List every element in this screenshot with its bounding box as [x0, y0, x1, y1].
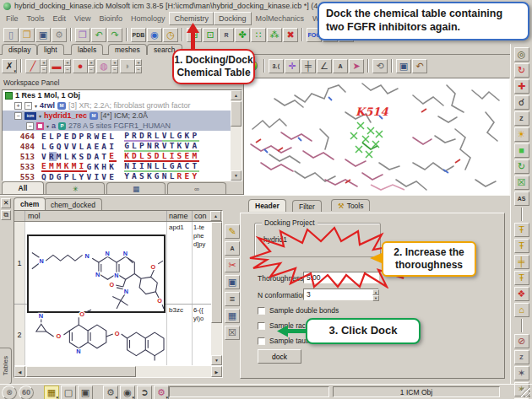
center-cross-icon[interactable]: ✛ [285, 59, 300, 73]
decimal-digits-icon[interactable]: 3.⟨ [269, 59, 284, 73]
n-conformations-input[interactable]: 3 [303, 288, 379, 300]
status-gear-icon[interactable]: ⚙▾ [103, 386, 118, 399]
rotate-selection-icon[interactable]: ↻ [514, 159, 529, 174]
z-sort-icon[interactable]: Z [514, 350, 529, 364]
thoroughness-input[interactable]: 5.00 [303, 272, 379, 283]
table-row[interactable]: 2 NO NO [14, 305, 211, 365]
rotate-view-icon[interactable]: ↻ [514, 63, 529, 78]
status-60-icon[interactable]: 60 [19, 386, 34, 399]
tab-chem[interactable]: chem [14, 197, 46, 210]
molecule-cell-selected[interactable]: NN NN NN OO ON [27, 235, 166, 313]
column-con[interactable]: con [193, 211, 210, 221]
workspace-tab-all[interactable]: All [2, 181, 44, 194]
clip-slab-icon[interactable]: ╪ [514, 255, 529, 269]
selection-box-icon[interactable]: ■ [514, 143, 529, 158]
close-table-icon[interactable]: ☒ [225, 326, 240, 340]
link-green-icon[interactable]: ⁂ [267, 28, 282, 42]
table-vscrollbar[interactable]: ▼ [211, 222, 222, 365]
web-search-icon[interactable]: ◉ [147, 28, 162, 42]
table-hscrollbar[interactable]: ◀ ▶ [14, 366, 222, 377]
new-file-icon[interactable]: ▯ [3, 28, 19, 42]
dock-button[interactable]: dock [258, 349, 301, 364]
tab-meshes[interactable]: meshes [108, 44, 147, 55]
menu-docking[interactable]: Docking [214, 12, 252, 25]
status-window-icon[interactable]: ▢ [61, 386, 76, 399]
column-name[interactable]: name [167, 211, 193, 221]
menu-homology[interactable]: Homology [127, 13, 170, 24]
atom-select-mode-icon[interactable]: AS [514, 191, 529, 206]
ball-style-icon[interactable]: ● [73, 59, 88, 73]
column-mol[interactable]: mol [25, 211, 167, 221]
sample-double-bonds-checkbox[interactable]: Sample double bonds [258, 306, 339, 315]
sequence-row[interactable]: 553QDGPLYVIVE YASKGNLREY [14, 171, 242, 181]
depth-fan-icon[interactable]: ❖ [514, 287, 529, 301]
no-rotate-icon[interactable]: ⊘ [514, 334, 529, 348]
grid-view-icon[interactable]: ▦ [225, 309, 240, 323]
skin-style-icon[interactable]: ◍ [96, 59, 111, 73]
tree-item-hydrid1-rec[interactable]: − icm ▾ hydrid1_rec M [4*] ICM; 2.0Å [3, 111, 242, 121]
clip-front-icon[interactable]: Ŧ [514, 223, 529, 237]
status-close-icon[interactable]: ⊗ [2, 386, 17, 399]
center-view-icon[interactable]: ◎ [514, 47, 529, 62]
tab-chem-docked[interactable]: chem_docked [44, 198, 102, 210]
pair-green-icon[interactable]: ∷ [251, 28, 266, 42]
status-render-icon[interactable]: ⚙▾ [154, 386, 169, 399]
status-fullwin-icon[interactable]: ▣ [78, 386, 93, 399]
workspace-tab-tables[interactable]: ▦ [106, 182, 166, 194]
dart-icon[interactable]: ➤ [349, 59, 364, 73]
spinner[interactable]: ▲▼ [372, 289, 379, 299]
tables-side-tab[interactable]: Tables [0, 348, 12, 385]
tree-scrollbar[interactable]: ▲ ▼ [231, 90, 242, 181]
workspace-tab-molecules[interactable]: ✳ [46, 182, 105, 194]
window-blue-icon[interactable]: ▣ [225, 275, 240, 289]
status-tables-icon[interactable]: ▦▾ [44, 386, 59, 399]
edit-pencil-icon[interactable]: ✎ [225, 224, 240, 239]
tree-root[interactable]: 1 Res 1 Mol, 1 Obj [3, 90, 242, 100]
undo-icon[interactable]: ↶ [91, 28, 106, 42]
clip-reset-icon[interactable]: Ŧ [514, 271, 529, 285]
menu-edit[interactable]: Edit [49, 13, 71, 24]
tree-green-icon[interactable]: ✤ [235, 28, 250, 42]
close-panel-icon[interactable]: ✕ [1, 198, 11, 208]
distance-ruler-icon[interactable]: ╪ [301, 59, 316, 73]
menu-view[interactable]: View [70, 13, 95, 24]
tree-item-4rwl[interactable]: +−▾ 4rwl M [3] XR; 2.2A; fibroblast grow… [3, 100, 242, 111]
menu-molmechanics[interactable]: MolMechanics [252, 13, 309, 24]
tree-item-chain-a[interactable]: − ▾ a P 278 A 5 sites FGFR1_HUMAN [3, 121, 242, 131]
magnify-view-icon[interactable]: ☌ [514, 95, 529, 110]
clear-selection-icon[interactable]: ☒ [514, 175, 529, 190]
open-folder-icon[interactable]: ❒ [19, 28, 35, 42]
clip-back-icon[interactable]: Ŧ [514, 239, 529, 253]
recent-clock-icon[interactable]: ◷ [163, 28, 178, 42]
settings-gear-icon[interactable]: ⚙ [52, 28, 67, 42]
tab-display[interactable]: display [2, 44, 37, 55]
wire-style-icon[interactable]: ╱ [25, 59, 41, 73]
restore-view-icon[interactable]: ⟲ [372, 59, 388, 73]
list-view-icon[interactable]: ≡ [225, 292, 240, 306]
surface-style-icon[interactable]: ◗ [120, 59, 135, 73]
save-image-icon[interactable]: ▣ [396, 59, 411, 73]
stick-style-icon[interactable]: ▬ [49, 59, 64, 73]
strike-row-icon[interactable]: ✂ [225, 258, 240, 272]
menu-bioinfo[interactable]: Bioinfo [95, 13, 127, 24]
angle-measure-icon[interactable]: ∠ [317, 59, 332, 73]
panel-tab-tools[interactable]: ⚒ Tools [331, 199, 370, 211]
float-panel-icon[interactable]: ⧉ [1, 210, 11, 220]
menu-tools[interactable]: Tools [23, 13, 49, 24]
copy-icon[interactable]: ❐ [75, 28, 90, 42]
zoom-green-icon[interactable]: ⊡ [203, 28, 218, 42]
delete-red-icon[interactable]: ✖ [283, 28, 298, 42]
graphics-viewport[interactable]: K514 [243, 78, 510, 196]
tab-labels[interactable]: labels [71, 44, 103, 55]
table-row[interactable]: 1 NN NN NN [14, 222, 211, 305]
status-camera-icon[interactable]: ◉▾ [120, 386, 135, 399]
pdb-search-icon[interactable]: PDB [131, 28, 146, 42]
translate-view-icon[interactable]: ✚ [514, 79, 529, 94]
workspace-tab-links[interactable]: ∞ [167, 182, 226, 194]
redo-icon[interactable]: ↷ [107, 28, 122, 42]
residue-label-icon[interactable]: R [219, 28, 234, 42]
scroll-up-icon[interactable]: ▲ [210, 211, 221, 221]
resize-grip[interactable] [521, 388, 530, 397]
panel-tab-header[interactable]: Header [248, 199, 286, 212]
label-atoms-icon[interactable]: A [333, 59, 348, 73]
